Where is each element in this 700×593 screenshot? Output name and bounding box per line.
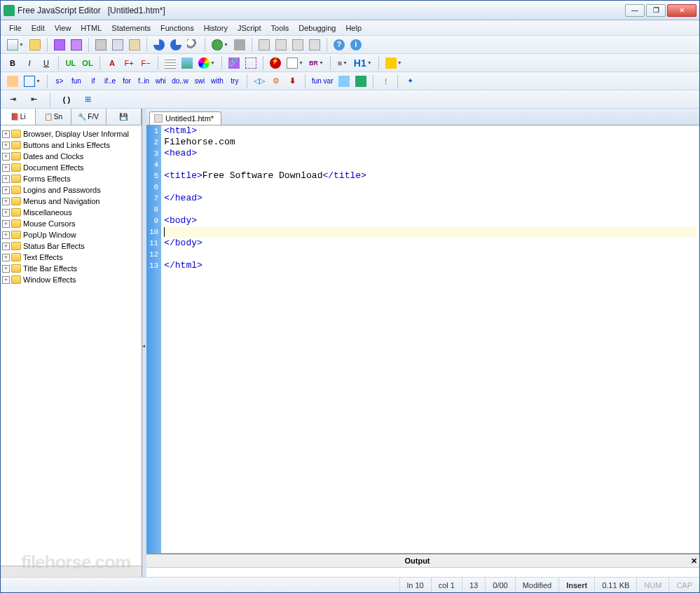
export-button[interactable] xyxy=(290,37,306,53)
expand-icon[interactable]: + xyxy=(2,164,10,172)
expand-icon[interactable]: + xyxy=(2,175,10,183)
watch-button[interactable] xyxy=(336,74,352,89)
snippet-s[interactable]: s> xyxy=(52,74,67,89)
font-minus-button[interactable]: F− xyxy=(138,55,153,71)
close-button[interactable]: ✕ xyxy=(667,4,696,17)
snippet-with[interactable]: with xyxy=(209,74,226,89)
saveall-button[interactable] xyxy=(69,37,84,53)
tree-item[interactable]: +Logins and Passwords xyxy=(2,184,140,196)
tree-item[interactable]: +Status Bar Effects xyxy=(2,240,140,252)
redo-button[interactable] xyxy=(168,37,184,53)
sidebar-tab-2[interactable]: 🔧F/V xyxy=(71,109,107,125)
help-button[interactable]: ? xyxy=(331,37,347,53)
open-button[interactable] xyxy=(27,37,43,53)
sidebar-scrollbar[interactable] xyxy=(1,566,142,577)
snippet-fun[interactable]: fun xyxy=(69,74,84,89)
tree-item[interactable]: +Browser, Display User Informal xyxy=(2,128,140,139)
output-panel[interactable] xyxy=(146,567,699,577)
copy-button[interactable] xyxy=(110,37,125,53)
block-button[interactable]: ▼ xyxy=(22,74,43,89)
snippet-dow[interactable]: do..w xyxy=(170,74,191,89)
color-button[interactable]: ▼ xyxy=(196,55,217,71)
braces-button[interactable]: ⊞ xyxy=(80,92,95,107)
link-button[interactable]: 🔗 xyxy=(226,55,242,71)
bold-button[interactable]: B xyxy=(5,55,20,71)
editor[interactable]: 12345678910111213 <html>Filehorse.com<he… xyxy=(146,125,699,553)
sidebar-tab-0[interactable]: 📕Li xyxy=(1,109,36,125)
maximize-button[interactable]: ❐ xyxy=(646,4,666,17)
expand-icon[interactable]: + xyxy=(2,130,10,138)
snippet-try[interactable]: try xyxy=(227,74,242,89)
stop-button[interactable]: ⬇ xyxy=(285,74,301,89)
image-button[interactable] xyxy=(179,55,195,71)
sidebar-tab-3[interactable]: 💾 xyxy=(107,109,142,125)
tree-item[interactable]: +Miscellaneous xyxy=(2,207,140,218)
menu-edit[interactable]: Edit xyxy=(27,22,49,34)
anchor-button[interactable] xyxy=(243,55,259,71)
sidebar-tab-1[interactable]: 📋Sn xyxy=(36,109,71,125)
snippet-for[interactable]: for xyxy=(119,74,135,89)
tree-view[interactable]: +Browser, Display User Informal+Buttons … xyxy=(1,125,142,566)
run-button[interactable]: ◁▷ xyxy=(252,74,267,89)
tree-item[interactable]: +Buttons and Links Effects xyxy=(2,139,140,151)
tree-item[interactable]: +Mouse Cursors xyxy=(2,218,140,229)
cut-button[interactable] xyxy=(93,37,109,53)
align-button[interactable]: ≡▼ xyxy=(335,55,350,71)
undo-button[interactable] xyxy=(151,37,167,53)
menu-history[interactable]: History xyxy=(200,22,232,34)
info-button[interactable]: i xyxy=(348,37,364,53)
snippet-fin[interactable]: f..in xyxy=(136,74,151,89)
tree-item[interactable]: +PopUp Window xyxy=(2,229,140,240)
expand-icon[interactable]: + xyxy=(2,198,10,205)
splitter[interactable] xyxy=(142,109,146,577)
minimize-button[interactable]: ― xyxy=(625,4,645,17)
tree-item[interactable]: +Title Bar Effects xyxy=(2,263,140,274)
comment-button[interactable] xyxy=(5,74,20,89)
form-button[interactable]: ▼ xyxy=(284,55,306,71)
expand-icon[interactable]: + xyxy=(2,186,10,194)
debug-button[interactable]: ⚙ xyxy=(268,74,284,89)
paste-button[interactable] xyxy=(127,37,142,53)
heading-button[interactable]: H1▼ xyxy=(352,55,374,71)
snippet-swi[interactable]: swi xyxy=(192,74,207,89)
font-plus-button[interactable]: F+ xyxy=(121,55,137,71)
code-area[interactable]: <html>Filehorse.com<head><title>Free Sof… xyxy=(161,125,699,553)
expand-icon[interactable]: + xyxy=(2,231,10,239)
ol-button[interactable]: OL xyxy=(80,55,95,71)
book-button[interactable] xyxy=(353,74,369,89)
italic-button[interactable]: I xyxy=(22,55,37,71)
expand-icon[interactable]: + xyxy=(2,153,10,161)
output-close-button[interactable]: ✕ xyxy=(688,557,699,566)
menu-file[interactable]: File xyxy=(5,22,26,34)
snippet-if[interactable]: if xyxy=(85,74,101,89)
menu-tools[interactable]: Tools xyxy=(267,22,294,34)
preview-button[interactable] xyxy=(273,37,289,53)
magic-button[interactable]: ✦ xyxy=(402,74,418,89)
save-button[interactable] xyxy=(52,37,67,53)
tree-item[interactable]: +Menus and Navigation xyxy=(2,196,140,207)
expand-icon[interactable]: + xyxy=(2,276,10,284)
menu-debugging[interactable]: Debugging xyxy=(294,22,340,34)
tree-item[interactable]: +Window Effects xyxy=(2,274,140,285)
expand-icon[interactable]: + xyxy=(2,254,10,261)
expand-icon[interactable]: + xyxy=(2,209,10,217)
indent-button[interactable]: ⇥ xyxy=(5,92,20,107)
underline-button[interactable]: U xyxy=(39,55,54,71)
ul-button[interactable]: UL xyxy=(63,55,78,71)
browser-button[interactable]: ▼ xyxy=(210,37,231,53)
find-button[interactable] xyxy=(185,37,200,53)
new-button[interactable]: ▼ xyxy=(5,37,26,53)
menu-html[interactable]: HTML xyxy=(76,22,106,34)
warn-button[interactable]: ! xyxy=(378,74,393,89)
br-button[interactable]: BR▼ xyxy=(307,55,326,71)
outdent-button[interactable]: ⇤ xyxy=(26,92,41,107)
document-tab[interactable]: Untitled1.htm* xyxy=(149,111,221,125)
snippet-whi[interactable]: whi xyxy=(153,74,168,89)
menu-statements[interactable]: Statements xyxy=(107,22,155,34)
tree-item[interactable]: +Text Effects xyxy=(2,252,140,263)
tree-item[interactable]: +Forms Effects xyxy=(2,173,140,184)
special-button[interactable]: ▼ xyxy=(383,55,404,71)
tree-item[interactable]: +Document Effects xyxy=(2,162,140,173)
table-button[interactable] xyxy=(163,55,178,71)
font-color-button[interactable]: A xyxy=(104,55,120,71)
